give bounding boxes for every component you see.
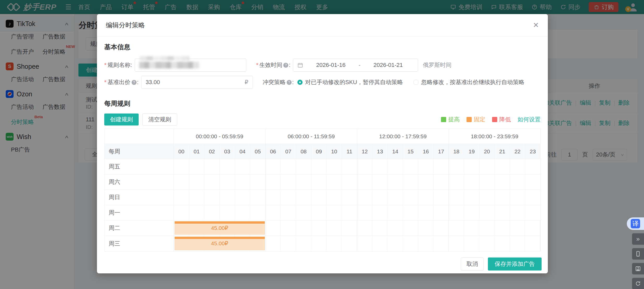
hour-cell[interactable] [357, 236, 372, 251]
hour-cell[interactable] [357, 174, 373, 190]
hour-cell[interactable] [525, 159, 540, 174]
hour-cell[interactable] [266, 174, 281, 190]
hour-cell[interactable] [311, 174, 327, 190]
hour-cell[interactable] [174, 174, 189, 190]
hour-cell[interactable] [479, 221, 495, 236]
hour-cell[interactable] [480, 159, 495, 174]
hour-cell[interactable] [250, 205, 266, 220]
hour-cell[interactable] [357, 159, 373, 174]
hour-cell[interactable] [372, 221, 388, 236]
hour-cell[interactable] [296, 174, 311, 190]
hour-cell[interactable] [418, 221, 433, 236]
hour-cell[interactable] [449, 190, 464, 205]
base-bid-input[interactable]: ₽ [141, 76, 253, 89]
hour-cell[interactable] [464, 236, 479, 251]
hour-cell[interactable] [388, 190, 403, 205]
hour-cell[interactable] [281, 159, 296, 174]
hour-cell[interactable] [403, 159, 418, 174]
hour-cell[interactable] [281, 205, 296, 220]
hour-cell[interactable] [281, 221, 296, 236]
hour-cell[interactable] [510, 159, 525, 174]
hour-cell[interactable] [357, 190, 373, 205]
hour-cell[interactable] [388, 159, 403, 174]
hour-cell[interactable] [266, 190, 281, 205]
hour-cell[interactable] [296, 159, 311, 174]
hour-cell[interactable] [480, 190, 495, 205]
hour-cell[interactable] [510, 190, 525, 205]
rule-bar-fixed[interactable]: 45.00₽ [175, 221, 265, 235]
hour-cell[interactable] [510, 174, 525, 190]
date-end-value[interactable]: 2026-01-21 [363, 62, 414, 68]
hour-cell[interactable] [403, 221, 418, 236]
hour-cell[interactable] [311, 205, 327, 220]
hour-cell[interactable] [281, 236, 296, 251]
hour-cell[interactable] [296, 190, 311, 205]
collapse-tools-button[interactable]: » [632, 233, 644, 245]
hour-cell[interactable] [494, 236, 510, 251]
hour-cell[interactable] [449, 159, 464, 174]
hour-cell[interactable] [525, 174, 540, 190]
hour-cell[interactable] [327, 236, 342, 251]
hour-cell[interactable] [464, 159, 480, 174]
hour-cell[interactable] [372, 205, 388, 220]
help-icon[interactable]: ? [132, 80, 137, 85]
date-range-picker[interactable]: 2026-01-16 - 2026-01-21 [293, 59, 418, 72]
help-icon[interactable]: ? [287, 80, 292, 85]
hour-cell[interactable] [418, 159, 434, 174]
rule-bar-fixed[interactable]: 45.00₽ [175, 237, 265, 250]
hour-cell[interactable] [434, 190, 449, 205]
save-and-add-ad-button[interactable]: 保存并添加广告 [488, 257, 542, 271]
hour-cell[interactable] [281, 174, 296, 190]
hour-cell[interactable] [372, 159, 388, 174]
hour-cell[interactable] [464, 190, 480, 205]
hour-cell[interactable] [510, 205, 525, 220]
hour-cell[interactable] [495, 174, 510, 190]
hour-cell[interactable] [510, 236, 525, 251]
hour-cell[interactable] [342, 190, 357, 205]
hour-cell[interactable] [495, 205, 510, 220]
hour-cell[interactable] [449, 236, 464, 251]
hour-cell[interactable] [372, 190, 388, 205]
hour-cell[interactable] [479, 236, 495, 251]
hour-cell[interactable] [480, 205, 495, 220]
hour-cell[interactable] [311, 159, 327, 174]
rule-name-input[interactable] [135, 59, 246, 72]
base-bid-value[interactable] [146, 79, 243, 86]
hour-cell[interactable] [372, 174, 388, 190]
hour-cell[interactable] [418, 205, 434, 220]
hour-cell[interactable] [434, 174, 449, 190]
hour-cell[interactable] [525, 236, 540, 251]
hour-cell[interactable] [403, 236, 418, 251]
hour-cell[interactable] [174, 190, 189, 205]
hour-cell[interactable] [266, 205, 281, 220]
hour-cell[interactable] [204, 190, 220, 205]
hour-cell[interactable] [327, 221, 342, 236]
hour-cell[interactable] [434, 159, 449, 174]
hour-cell[interactable] [235, 159, 250, 174]
create-rule-button[interactable]: 创建规则 [104, 114, 139, 125]
hour-cell[interactable] [311, 236, 327, 251]
hour-cell[interactable] [433, 221, 449, 236]
hour-cell[interactable] [174, 159, 189, 174]
hour-cell[interactable] [525, 221, 540, 236]
hour-cell[interactable] [388, 221, 403, 236]
hour-cell[interactable] [220, 205, 235, 220]
hour-cell[interactable] [311, 221, 327, 236]
clear-rule-button[interactable]: 清空规则 [142, 114, 177, 125]
hour-cell[interactable] [266, 159, 281, 174]
hour-cell[interactable] [250, 159, 266, 174]
refresh-button[interactable] [632, 278, 644, 289]
hour-cell[interactable] [433, 236, 449, 251]
hour-cell[interactable] [204, 159, 220, 174]
hour-cell[interactable] [342, 236, 357, 251]
hour-cell[interactable] [327, 190, 342, 205]
hour-cell[interactable] [464, 174, 480, 190]
help-icon[interactable]: ? [283, 63, 288, 68]
hour-cell[interactable] [327, 174, 342, 190]
hour-cell[interactable] [174, 205, 189, 220]
hour-cell[interactable] [235, 190, 250, 205]
hour-cell[interactable] [418, 236, 433, 251]
hour-cell[interactable] [342, 174, 357, 190]
hour-cell[interactable] [189, 205, 205, 220]
hour-cell[interactable] [250, 174, 266, 190]
